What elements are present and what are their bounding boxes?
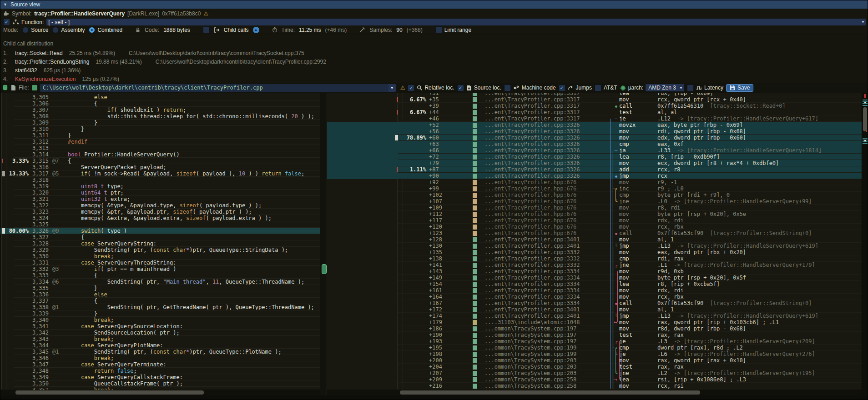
asm-row[interactable]: +117...ent\TracyProfiler.hpp:676movrdx, … — [327, 217, 868, 224]
asm-row[interactable]: +174...ent\TracyProfiler.cpp:3401└jmp.L1… — [327, 313, 868, 319]
machine-code-checkbox[interactable] — [504, 85, 511, 91]
window-titlebar[interactable]: ▼ Source view — [0, 0, 868, 9]
source-line[interactable]: 3,324 memcpy( &extra, &payload.extra, si… — [0, 215, 320, 221]
asm-row[interactable]: +66...ent\TracyProfiler.cpp:3326─ja.L33 … — [327, 147, 868, 154]
source-line[interactable]: 3,327 { — [0, 234, 320, 240]
chevron-down-icon[interactable]: ▼ — [861, 20, 865, 24]
asm-row[interactable]: 78.89%+60...ent\TracyProfiler.cpp:3326mo… — [327, 135, 868, 141]
scroll-thumb[interactable] — [863, 107, 867, 131]
source-loc-option[interactable]: ✓ Source loc. — [457, 85, 501, 91]
source-line[interactable]: 3,342 SendSourceLocation( ptr ); — [0, 330, 320, 336]
source-line[interactable]: 3,320 uint64_t ptr; — [0, 190, 320, 196]
pane-splitter[interactable] — [320, 93, 327, 395]
mode-option-assembly[interactable]: Assembly — [52, 27, 85, 33]
asm-row[interactable]: +79...ent\TracyProfiler.cpp:3326movecx, … — [327, 160, 868, 166]
source-line[interactable]: 3,338@1 SendString( ptr, GetThreadName( … — [0, 304, 320, 310]
function-select[interactable]: [ - self - ] ▼ — [46, 19, 866, 25]
asm-row[interactable]: +179....31103\include\atomic:1048↪movrax… — [327, 319, 868, 325]
limit-range-option[interactable]: Limit range — [435, 26, 471, 33]
asm-row[interactable]: +141...ent\TracyProfiler.cpp:3332┌jne.L1… — [327, 262, 868, 268]
source-line[interactable]: 3,341 case ServerQuerySourceLocation: — [0, 323, 320, 330]
source-line[interactable]: 3,336 else — [0, 291, 320, 298]
uarch-select[interactable]: AMD Zen 3 ▼ — [646, 84, 684, 91]
chevron-down-icon[interactable]: ▼ — [389, 84, 396, 92]
asm-row[interactable]: +130...ent\TracyProfiler.cpp:3401└jmp.L1… — [327, 243, 868, 249]
source-line[interactable]: 3,323 memcpy( &ptr, &payload.ptr, sizeof… — [0, 209, 320, 215]
asm-row[interactable]: +112...ent\TracyProfiler.hpp:676movbyte … — [327, 211, 868, 217]
source-line[interactable]: 3,307 if( shouldExit ) return; — [0, 107, 320, 113]
source-line[interactable]: 3,344 case ServerQueryPlotName: — [0, 342, 320, 349]
scroll-thumb[interactable] — [400, 390, 700, 395]
asm-row[interactable]: +204...ommon\TracySystem.cpp:203testrax,… — [327, 364, 868, 370]
collapse-caret-icon[interactable]: ▼ — [3, 2, 7, 7]
source-line[interactable]: 3.33%3,315@7{ — [0, 158, 320, 164]
asm-row[interactable]: +120...ent\TracyProfiler.hpp:676movrcx, … — [327, 224, 868, 230]
latency-option[interactable]: Latency — [687, 85, 723, 91]
source-line[interactable]: 3,335 } — [0, 285, 320, 291]
asm-row[interactable]: +195...ommon\TracySystem.cpp:199↪cmpdwor… — [327, 345, 868, 351]
asm-row[interactable]: +149...ent\TracyProfiler.cpp:3334movbyte… — [327, 275, 868, 281]
asm-row[interactable]: +198...ommon\TracySystem.cpp:199└je.L6 -… — [327, 351, 868, 357]
machine-code-option[interactable]: Machine code — [504, 85, 556, 91]
file-select[interactable]: C:\Users\wolf\Desktop\darkrl\contrib\tra… — [40, 84, 396, 92]
symbol-warning-icon[interactable]: ⚠ — [203, 10, 208, 17]
splitter-grip[interactable] — [322, 264, 327, 274]
source-line[interactable]: 3,313 — [0, 145, 320, 151]
source-line[interactable]: 3,334@6 SendString( ptr, "Main thread", … — [0, 279, 320, 285]
asm-row[interactable]: +31...ent\TracyProfiler.cpp:3317leardx, … — [327, 93, 868, 96]
source-hscrollbar[interactable] — [0, 390, 320, 395]
child-calls-collapse-button[interactable]: ▲ — [253, 27, 259, 33]
source-line[interactable]: 80.00%3,326@9 switch( type ) — [0, 228, 320, 234]
asm-row[interactable]: +109...ent\TracyProfiler.hpp:676movr8, r… — [327, 205, 868, 211]
asm-row[interactable]: +52...ent\TracyProfiler.cpp:3326movzxeax… — [327, 122, 868, 128]
child-call-item[interactable]: 3.stat64i32625 μs (1.36%) — [3, 67, 81, 74]
asm-row[interactable]: 6.67%+35...ent\TracyProfiler.cpp:3317mov… — [327, 96, 868, 103]
source-line[interactable]: 3,312#endif — [0, 139, 320, 145]
source-line[interactable]: 3,340 break; — [0, 317, 320, 323]
asm-row[interactable]: +63...ent\TracyProfiler.cpp:3326cmpeax, … — [327, 141, 868, 147]
att-checkbox[interactable] — [595, 85, 601, 91]
radio-icon[interactable] — [22, 27, 29, 33]
asm-row[interactable]: +209...ommon\TracySystem.cpp:258↪learsi,… — [327, 376, 868, 383]
source-line[interactable]: 3,309 } — [0, 120, 320, 126]
radio-icon[interactable] — [52, 27, 59, 33]
source-pane[interactable]: 3,305 else3,306 {3,307 if( shouldExit ) … — [0, 93, 320, 395]
asm-row[interactable]: +207...ommon\TracySystem.cpp:203└jne.L2 … — [327, 370, 868, 376]
source-line[interactable]: 3,322 memcpy( &type, &payload.type, size… — [0, 202, 320, 209]
relative-loc-checkbox[interactable]: ✓ — [408, 85, 414, 91]
asm-row[interactable]: +90...ent\TracyProfiler.cpp:3326●jmprcx — [327, 173, 868, 179]
asm-warning-icon[interactable]: ⚠ — [400, 85, 405, 91]
source-line[interactable]: 3,330 break; — [0, 253, 320, 260]
att-option[interactable]: AT&T — [595, 85, 617, 91]
asm-row[interactable]: +161...ent\TracyProfiler.cpp:3334movrdx,… — [327, 287, 868, 294]
source-line[interactable]: 3,331 case ServerQueryThreadString: — [0, 260, 320, 266]
source-line[interactable]: 3,310 } — [0, 126, 320, 132]
asm-row[interactable]: +102...ent\TracyProfiler.hpp:676cmpbyte … — [327, 192, 868, 198]
source-line[interactable]: 3,319 uint8_t type; — [0, 183, 320, 190]
child-call-item[interactable]: 1.tracy::Socket::Read25.25 ms (54.89%)C:… — [3, 50, 304, 57]
asm-row[interactable]: +190...ommon\TracySystem.cpp:197testrax,… — [327, 332, 868, 338]
source-line[interactable]: 3,311} — [0, 132, 320, 139]
source-line[interactable]: 3,325 — [0, 221, 320, 228]
asm-row[interactable]: +200...ommon\TracySystem.cpp:203movrax, … — [327, 357, 868, 364]
limit-range-checkbox[interactable] — [435, 26, 442, 33]
asm-row[interactable]: +99...ent\TracyProfiler.hpp:676↪incr9 ; … — [327, 185, 868, 192]
asm-row[interactable]: +135...ent\TracyProfiler.cpp:3332moveax,… — [327, 249, 868, 255]
source-line[interactable]: 13.33%3,317@5 if( !m_sock->Read( &payloa… — [0, 170, 320, 177]
asm-row[interactable]: +164...ent\TracyProfiler.cpp:3334movrcx,… — [327, 294, 868, 300]
asm-row[interactable]: +167...ent\TracyProfiler.cpp:3334●call0x… — [327, 300, 868, 306]
source-line[interactable]: 3,332@3 if( ptr == m_mainThread ) — [0, 266, 320, 272]
assembly-pane[interactable]: +31...ent\TracyProfiler.cpp:3317leardx, … — [327, 93, 868, 395]
source-line[interactable]: 3,329 SendString( ptr, (const char*)ptr,… — [0, 247, 320, 253]
mode-option-combined[interactable]: Combined — [89, 27, 122, 33]
child-call-item[interactable]: 4.KeSynchronizeExecution125 μs (0.27%) — [3, 75, 119, 83]
source-line[interactable]: 3,333 { — [0, 272, 320, 279]
jumps-option[interactable]: ✓ Jumps — [559, 85, 592, 91]
source-line[interactable]: 3,346 break; — [0, 355, 320, 361]
save-button[interactable]: Save — [726, 84, 753, 92]
source-line[interactable]: 3,305 else — [0, 94, 320, 100]
asm-row[interactable]: +193...ommon\TracySystem.cpp:197┌je.L3 -… — [327, 338, 868, 345]
source-line[interactable]: 3,318 — [0, 177, 320, 183]
asm-row[interactable]: +92...ent\TracyProfiler.hpp:676movr9, -1 — [327, 179, 868, 185]
asm-row[interactable]: +216...ommon\TracySystem.cpp:258movrcx, … — [327, 383, 868, 389]
